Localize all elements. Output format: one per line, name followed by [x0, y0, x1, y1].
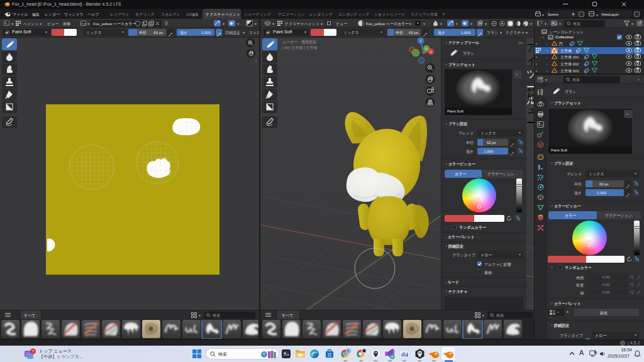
svg-text:X: X [430, 50, 432, 54]
svg-text:Z: Z [419, 39, 422, 43]
svg-text:Y: Y [425, 47, 428, 51]
